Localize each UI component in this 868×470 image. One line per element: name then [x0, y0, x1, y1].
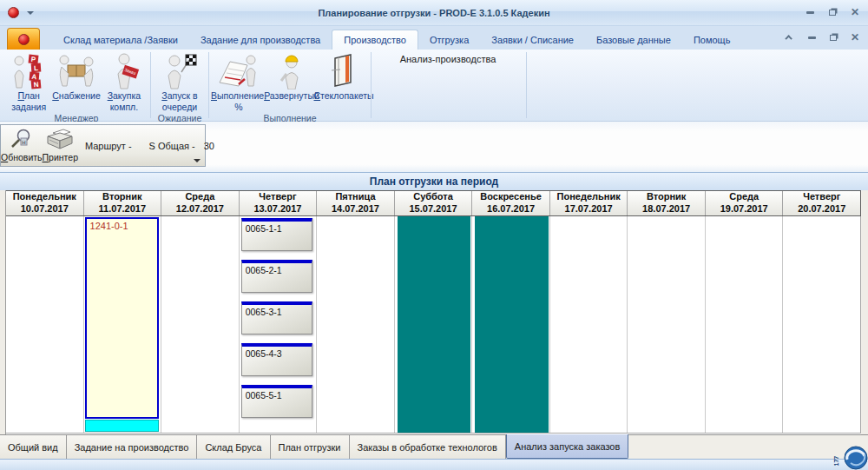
tab-plan-otgruzki[interactable]: План отгрузки [271, 435, 350, 459]
day-header: Понедельник17.07.2017 [550, 191, 628, 215]
zapusk-v-ocheredi-button[interactable]: Запуск в очереди [154, 50, 206, 112]
order-card[interactable]: 0065-2-1 [241, 260, 313, 293]
day-cell-thu-20[interactable] [783, 216, 860, 433]
tab-obschiy-vid[interactable]: Общий вид [0, 435, 67, 459]
day-header: Четверг13.07.2017 [240, 191, 318, 215]
day-cell-thu-13[interactable]: 0065-1-1 0065-2-1 0065-3-1 0065-4-3 0065… [240, 216, 318, 433]
day-cell-fri-14[interactable] [317, 216, 395, 433]
toolbar-panel: H Обновить Принтер Маршрут - S Общая - 3… [0, 124, 206, 167]
ribbon-group-ozhidanie: Запуск в очереди Ожидание [152, 50, 207, 121]
day-cell-wed-12[interactable] [161, 216, 240, 433]
button-label: Анализ-производства [400, 54, 496, 64]
day-cell-mon-10[interactable] [6, 216, 84, 433]
svg-text:H: H [22, 140, 25, 145]
day-cell-tue-11[interactable]: 1241-0-1 [84, 216, 162, 433]
ribbon-group-vypolnenie: Выполнение, % Развернутый [210, 50, 370, 121]
plan-zadaniya-button[interactable]: P L A N План задания [5, 50, 52, 112]
tab-zadanie-dlya-proizvodstva[interactable]: Задание для производства [189, 30, 332, 50]
order-card[interactable]: 0065-1-1 [241, 218, 313, 251]
tab-sklad-materiala[interactable]: Склад материала /Заявки [52, 30, 189, 50]
title-bar: Планирование отгрузки - PROD-E 3.1.0.5 К… [0, 0, 868, 26]
day-header: Вторник11.07.2017 [84, 191, 162, 215]
button-label: Стеклопакеты [314, 90, 374, 102]
tab-zadanie-na-proizvodstvo[interactable]: Задание на производство [67, 435, 198, 459]
selection-strip[interactable] [85, 420, 160, 432]
button-label: Развернутый [264, 90, 319, 102]
refresh-button[interactable]: H Обновить [1, 125, 43, 166]
day-header: Среда19.07.2017 [706, 191, 784, 215]
restore-button[interactable] [826, 7, 838, 17]
day-header: Среда12.07.2017 [161, 191, 240, 215]
tab-pomosch[interactable]: Помощь [682, 30, 742, 50]
supply-icon [57, 52, 95, 90]
tab-proizvodstvo[interactable]: Производство [332, 30, 418, 50]
minimize-button[interactable] [804, 7, 816, 17]
window-title: Планирование отгрузки - PROD-E 3.1.0.5 К… [0, 8, 868, 18]
snabzhenie-button[interactable]: Снабжение [52, 50, 101, 102]
weekend-block [398, 216, 471, 433]
day-header: Вторник18.07.2017 [628, 191, 706, 215]
total-value: 30 [202, 125, 221, 166]
route-label: Маршрут - [78, 125, 139, 166]
order-block-1241[interactable]: 1241-0-1 [85, 217, 160, 419]
day-header: Четверг20.07.2017 [783, 191, 860, 215]
mdi-restore-button[interactable] [827, 32, 839, 43]
day-header: Суббота15.07.2017 [395, 191, 473, 215]
mdi-close-button[interactable]: ✕ [849, 32, 861, 43]
button-label: Обновить [1, 152, 43, 163]
button-label: Запуск в очереди [154, 90, 206, 112]
analiz-proizvodstva-button[interactable]: Анализ-производства [374, 50, 522, 64]
printer-button[interactable]: Принтер [43, 125, 78, 166]
razvernutyi-button[interactable]: Развернутый [266, 50, 318, 102]
collapse-ribbon-icon[interactable] [784, 32, 796, 43]
application-menu-button[interactable] [7, 28, 40, 50]
mdi-minimize-button[interactable] [806, 32, 818, 43]
calendar-body: 1241-0-1 0065-1-1 0065-2-1 0065-3-1 0065… [6, 216, 861, 434]
toolbar-options-dropdown-icon[interactable] [194, 159, 201, 162]
tab-otgruzka[interactable]: Отгрузка [418, 30, 480, 50]
order-card[interactable]: 0065-3-1 [241, 301, 313, 334]
steklopakety-button[interactable]: Стеклопакеты [318, 50, 370, 102]
day-cell-sun-16[interactable] [472, 216, 550, 433]
close-button[interactable]: ✕ [849, 7, 861, 17]
ribbon-group-divider [208, 52, 209, 118]
calendar-header-row: Понедельник10.07.2017 Вторник11.07.2017 … [6, 190, 861, 216]
button-label: План задания [5, 90, 52, 112]
day-header: Воскресенье16.07.2017 [472, 191, 550, 215]
status-bar [0, 459, 868, 470]
tab-analiz-zapuska-zakazov[interactable]: Анализ запуска заказов [506, 434, 629, 459]
day-header: Пятница14.07.2017 [317, 191, 395, 215]
order-card[interactable]: 0065-4-3 [241, 343, 313, 376]
button-label: Выполнение, % [211, 90, 266, 112]
glass-unit-icon [328, 52, 359, 90]
queue-flag-icon [161, 52, 199, 90]
magnifier-icon: H [9, 127, 35, 152]
swirl-logo-icon [840, 442, 868, 470]
ribbon-tab-row: Склад материала /Заявки Задание для прои… [0, 26, 868, 50]
ribbon-group-analysis: Анализ-производства [372, 50, 525, 121]
button-label: Снабжение [52, 90, 101, 102]
day-cell-sat-15[interactable] [395, 216, 473, 433]
zakupka-kompl-button[interactable]: Заказ Закупка компл. [101, 50, 148, 112]
tab-zayavki-spisanie[interactable]: Заявки / Списание [480, 30, 585, 50]
worker-helmet-icon [277, 52, 306, 90]
day-header: Понедельник10.07.2017 [6, 191, 84, 215]
printer-icon [44, 126, 76, 152]
ribbon-group-divider [526, 52, 527, 118]
tab-bazovye-dannye[interactable]: Базовые данные [585, 30, 682, 50]
order-card[interactable]: 0065-5-1 [241, 385, 313, 418]
tab-zakazy-v-obrabotke[interactable]: Заказы в обработке технологов [350, 435, 506, 459]
tab-sklad-brusa[interactable]: Склад Бруса [197, 435, 270, 459]
shipment-plan-grid: Понедельник10.07.2017 Вторник11.07.2017 … [0, 190, 868, 434]
logo-number: 177 [833, 458, 839, 467]
ribbon: P L A N План задания [0, 50, 868, 122]
svg-text:L: L [34, 64, 39, 72]
ribbon-group-manager: P L A N План задания [3, 50, 149, 121]
day-cell-wed-19[interactable] [706, 216, 784, 433]
day-cell-tue-18[interactable] [628, 216, 706, 433]
ribbon-group-divider [150, 52, 151, 118]
button-label: Принтер [43, 152, 78, 163]
svg-text:N: N [33, 81, 39, 89]
day-cell-mon-17[interactable] [550, 216, 628, 433]
vypolnenie-percent-button[interactable]: Выполнение, % [212, 50, 266, 112]
